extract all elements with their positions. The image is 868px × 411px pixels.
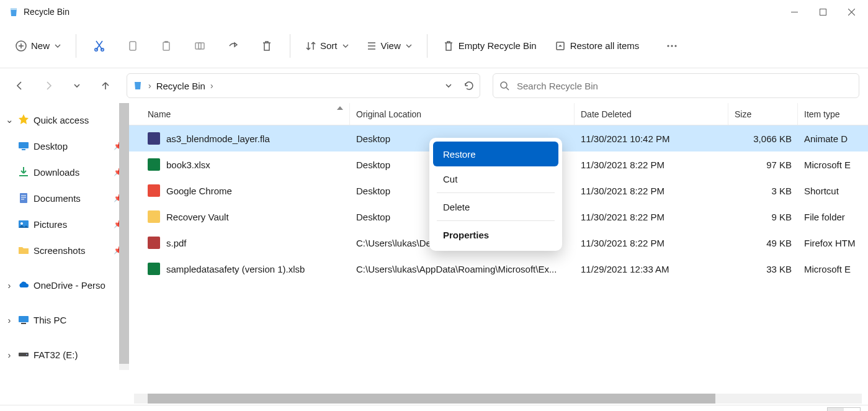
- chevron-down-icon[interactable]: [445, 82, 452, 89]
- sidebar-drive-e[interactable]: › FAT32 (E:): [0, 341, 129, 368]
- svg-rect-5: [130, 42, 136, 50]
- view-list-icon: [366, 40, 377, 52]
- file-name: as3_blendmode_layer.fla: [166, 133, 270, 144]
- sidebar-onedrive[interactable]: › OneDrive - Perso: [0, 272, 129, 298]
- rename-button[interactable]: [186, 32, 214, 60]
- cut-icon: [93, 40, 105, 52]
- file-type: File folder: [798, 212, 868, 222]
- toolbar: New Sort View Empty Recycle Bin Restore …: [0, 24, 868, 68]
- refresh-icon[interactable]: [463, 80, 475, 91]
- minimize-button[interactable]: [780, 0, 808, 24]
- sidebar-label: FAT32 (E:): [34, 350, 78, 360]
- column-headers: Name Original Location Date Deleted Size…: [129, 103, 868, 125]
- sidebar-this-pc[interactable]: › This PC: [0, 307, 129, 333]
- file-icon: [148, 210, 160, 223]
- chevron-down-icon[interactable]: ⌄: [5, 114, 14, 125]
- view-button[interactable]: View: [360, 32, 418, 60]
- search-bar[interactable]: [493, 73, 859, 98]
- chevron-down-icon: [73, 82, 81, 89]
- sidebar-quick-access[interactable]: ⌄ Quick access: [0, 107, 129, 133]
- sidebar-label: Documents: [34, 193, 81, 204]
- file-name: sampledatasafety (version 1).xlsb: [166, 264, 305, 274]
- paste-button[interactable]: [152, 32, 181, 60]
- svg-rect-17: [20, 193, 27, 203]
- sidebar-desktop[interactable]: Desktop 📌: [0, 133, 129, 159]
- sidebar-screenshots[interactable]: Screenshots 📌: [0, 237, 129, 263]
- svg-point-13: [675, 45, 677, 47]
- close-button[interactable]: [837, 0, 866, 24]
- pc-icon: [17, 314, 30, 326]
- sort-button[interactable]: Sort: [299, 32, 355, 60]
- up-button[interactable]: [94, 75, 117, 97]
- sidebar-scrollbar[interactable]: [119, 103, 129, 370]
- copy-button[interactable]: [119, 32, 147, 60]
- delete-button[interactable]: [253, 32, 281, 60]
- view-large-button[interactable]: [844, 408, 860, 412]
- drive-icon: [17, 348, 30, 361]
- trash-icon: [442, 40, 455, 52]
- file-name: s.pdf: [166, 238, 187, 248]
- table-row[interactable]: sampledatasafety (version 1).xlsbC:\User…: [129, 256, 868, 282]
- chevron-right-icon[interactable]: ›: [5, 280, 14, 291]
- svg-point-12: [671, 45, 673, 47]
- context-restore[interactable]: Restore: [433, 142, 558, 166]
- svg-rect-20: [19, 316, 29, 322]
- cut-button[interactable]: [85, 32, 114, 60]
- address-bar[interactable]: › Recycle Bin ›: [127, 73, 480, 98]
- more-button[interactable]: [658, 32, 686, 60]
- nav-row: › Recycle Bin ›: [0, 68, 868, 103]
- search-input[interactable]: [517, 81, 852, 91]
- menu-divider: [437, 192, 555, 193]
- paste-icon: [160, 40, 172, 52]
- sidebar-label: This PC: [34, 315, 66, 325]
- svg-point-11: [668, 45, 669, 47]
- svg-rect-1: [820, 9, 826, 15]
- recent-locations-button[interactable]: [66, 75, 88, 97]
- pictures-icon: [17, 218, 30, 230]
- share-button[interactable]: [219, 32, 248, 60]
- svg-rect-6: [163, 42, 169, 50]
- chevron-right-icon[interactable]: ›: [5, 350, 14, 360]
- context-properties[interactable]: Properties: [433, 222, 558, 247]
- file-date: 11/30/2021 8:22 PM: [575, 212, 728, 222]
- svg-rect-21: [21, 323, 26, 324]
- breadcrumb[interactable]: Recycle Bin: [156, 81, 205, 91]
- column-header-name[interactable]: Name: [141, 103, 350, 125]
- window-title: Recycle Bin: [24, 7, 69, 17]
- sidebar-documents[interactable]: Documents 📌: [0, 185, 129, 211]
- file-icon: [148, 132, 160, 145]
- empty-recycle-bin-button[interactable]: Empty Recycle Bin: [436, 32, 543, 60]
- restore-all-button[interactable]: Restore all items: [548, 32, 646, 60]
- forward-button[interactable]: [37, 75, 60, 97]
- back-button[interactable]: [9, 75, 31, 97]
- sidebar-label: Pictures: [34, 219, 67, 230]
- column-header-date[interactable]: Date Deleted: [575, 103, 728, 125]
- sidebar-label: Downloads: [34, 167, 79, 178]
- restore-icon: [554, 40, 566, 52]
- sidebar-downloads[interactable]: Downloads 📌: [0, 159, 129, 185]
- column-header-type[interactable]: Item type: [798, 103, 868, 125]
- documents-icon: [17, 192, 30, 204]
- plus-circle-icon: [15, 40, 27, 52]
- sidebar-label: Desktop: [34, 141, 68, 151]
- chevron-right-icon[interactable]: ›: [5, 315, 14, 325]
- desktop-icon: [17, 140, 30, 152]
- sidebar-pictures[interactable]: Pictures 📌: [0, 211, 129, 237]
- file-icon: [148, 263, 160, 275]
- horizontal-scrollbar[interactable]: [0, 392, 868, 405]
- file-size: 97 KB: [728, 160, 798, 170]
- svg-point-14: [501, 82, 507, 88]
- svg-rect-16: [22, 149, 25, 150]
- download-icon: [17, 166, 30, 178]
- file-type: Microsoft E: [798, 264, 868, 274]
- sort-asc-icon: [337, 106, 343, 110]
- new-button[interactable]: New: [9, 32, 67, 60]
- context-cut[interactable]: Cut: [433, 166, 558, 191]
- column-header-location[interactable]: Original Location: [350, 103, 575, 125]
- sort-icon: [305, 40, 316, 52]
- view-details-button[interactable]: [828, 408, 844, 412]
- column-header-size[interactable]: Size: [728, 103, 798, 125]
- maximize-button[interactable]: [808, 0, 837, 24]
- context-delete[interactable]: Delete: [433, 194, 558, 219]
- file-name: book3.xlsx: [166, 160, 210, 170]
